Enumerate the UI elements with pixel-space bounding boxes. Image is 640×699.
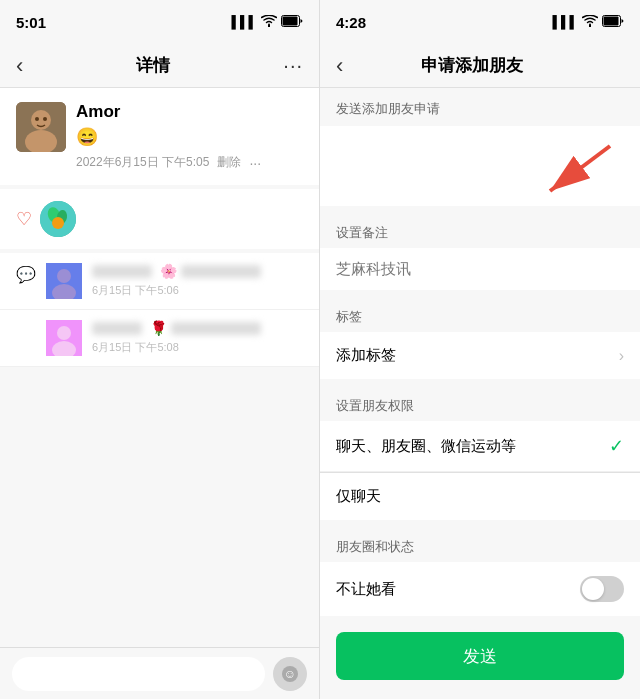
left-panel: 5:01 ▌▌▌ ‹ 详情 ··· [0, 0, 320, 699]
battery-icon-left [281, 15, 303, 30]
message-bar: ☺ [0, 647, 319, 699]
profile-section: Amor 😄 2022年6月15日 下午5:05 删除 ··· [0, 88, 319, 185]
comment-item-2: 💬 🌹 6月15日 下午5:08 [0, 310, 319, 367]
nav-title-right: 申请添加朋友 [421, 54, 523, 77]
comment-text-2: 🌹 [92, 320, 303, 336]
battery-icon-right [602, 15, 624, 30]
comment-body-2: 🌹 6月15日 下午5:08 [92, 320, 303, 355]
comment-meta-1: 6月15日 下午5:06 [92, 283, 303, 298]
permission-option-1[interactable]: 聊天、朋友圈、微信运动等 ✓ [320, 421, 640, 472]
avatar-image [16, 102, 66, 152]
check-icon: ✓ [609, 435, 624, 457]
moments-toggle[interactable] [580, 576, 624, 602]
wifi-icon-right [582, 15, 598, 30]
moments-section: 朋友圈和状态 不让她看 [320, 528, 640, 616]
more-button-left[interactable]: ··· [283, 54, 303, 77]
status-bar-right: 4:28 ▌▌▌ [320, 0, 640, 44]
add-tag-button[interactable]: 添加标签 › [320, 332, 640, 379]
time-right: 4:28 [336, 14, 366, 31]
toggle-knob [582, 578, 604, 600]
profile-info: Amor 😄 2022年6月15日 下午5:05 删除 ··· [76, 102, 303, 171]
back-button-right[interactable]: ‹ [336, 53, 343, 79]
remark-input-box [320, 248, 640, 290]
avatar [16, 102, 66, 152]
chevron-icon: › [619, 347, 624, 365]
signal-icon-left: ▌▌▌ [231, 15, 257, 29]
tag-section: 标签 添加标签 › [320, 298, 640, 379]
wifi-icon-left [261, 15, 277, 30]
svg-point-5 [35, 117, 39, 121]
time-left: 5:01 [16, 14, 46, 31]
moments-label: 朋友圈和状态 [320, 528, 640, 562]
right-panel: 4:28 ▌▌▌ ‹ 申请添加朋友 [320, 0, 640, 699]
commenter-avatar-2 [46, 320, 82, 356]
svg-text:☺: ☺ [284, 667, 296, 681]
back-button-left[interactable]: ‹ [16, 53, 23, 79]
svg-point-6 [43, 117, 47, 121]
comment-item-1: 💬 🌸 6月15日 下午5:06 [0, 253, 319, 310]
comment-time-2: 6月15日 下午5:08 [92, 340, 179, 355]
message-input[interactable] [12, 657, 265, 691]
signal-icon-right: ▌▌▌ [552, 15, 578, 29]
send-request-label: 发送添加朋友申请 [320, 88, 640, 126]
friend-request-box [320, 126, 640, 206]
right-content: 发送添加朋友申请 设置备注 标签 添加标签 [320, 88, 640, 699]
moments-option: 不让她看 [320, 562, 640, 616]
delete-button[interactable]: 删除 [217, 154, 241, 171]
commenter-avatar-1 [46, 263, 82, 299]
comment-text-1: 🌸 [92, 263, 303, 279]
send-message-button[interactable]: ☺ [273, 657, 307, 691]
comment-meta-2: 6月15日 下午5:08 [92, 340, 303, 355]
moments-text: 不让她看 [336, 580, 396, 599]
comment-body-1: 🌸 6月15日 下午5:06 [92, 263, 303, 298]
comment-icon: 💬 [16, 265, 36, 284]
permission-text-2: 仅聊天 [336, 487, 381, 506]
permission-text-1: 聊天、朋友圈、微信运动等 [336, 437, 516, 456]
remark-label: 设置备注 [320, 214, 640, 248]
comment-time-1: 6月15日 下午5:06 [92, 283, 179, 298]
post-meta: 2022年6月15日 下午5:05 删除 ··· [76, 154, 303, 171]
tag-text: 添加标签 [336, 346, 396, 365]
permission-option-2[interactable]: 仅聊天 [320, 473, 640, 520]
content-area: ♡ 💬 [0, 189, 319, 647]
permission-section: 设置朋友权限 聊天、朋友圈、微信运动等 ✓ 仅聊天 [320, 387, 640, 520]
svg-point-10 [52, 217, 64, 229]
permission-label: 设置朋友权限 [320, 387, 640, 421]
send-button[interactable]: 发送 [336, 632, 624, 680]
post-date: 2022年6月15日 下午5:05 [76, 154, 209, 171]
remark-input[interactable] [336, 260, 624, 277]
heart-icon: ♡ [16, 208, 32, 230]
comment-section: 💬 🌸 6月15日 下午5:06 [0, 253, 319, 367]
svg-rect-1 [283, 16, 298, 25]
remark-section: 设置备注 [320, 214, 640, 290]
svg-line-22 [550, 146, 610, 191]
profile-name: Amor [76, 102, 303, 122]
profile-emoji: 😄 [76, 126, 303, 148]
status-bar-left: 5:01 ▌▌▌ [0, 0, 319, 44]
svg-point-12 [57, 269, 71, 283]
liked-post: ♡ [0, 189, 319, 249]
nav-bar-right: ‹ 申请添加朋友 [320, 44, 640, 88]
tag-label: 标签 [320, 298, 640, 332]
status-icons-right: ▌▌▌ [552, 15, 624, 30]
red-arrow-icon [520, 136, 620, 206]
send-button-wrapper: 发送 [320, 616, 640, 688]
nav-bar-left: ‹ 详情 ··· [0, 44, 319, 88]
liked-avatar [40, 201, 76, 237]
nav-title-left: 详情 [136, 54, 170, 77]
post-more-button[interactable]: ··· [249, 155, 261, 171]
svg-point-15 [57, 326, 71, 340]
svg-rect-20 [604, 16, 619, 25]
status-icons-left: ▌▌▌ [231, 15, 303, 30]
